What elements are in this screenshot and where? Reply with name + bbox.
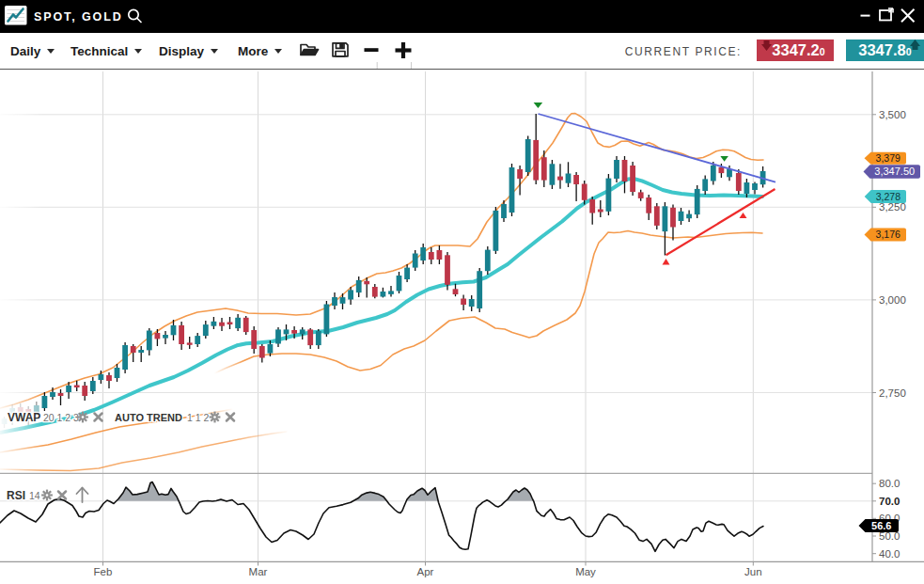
svg-text:VWAP: VWAP [8,411,40,424]
svg-text:RSI: RSI [7,489,25,502]
svg-text:Mar: Mar [249,566,268,577]
svg-text:Feb: Feb [94,566,113,577]
svg-text:May: May [575,566,596,577]
svg-text:2,750: 2,750 [879,387,906,399]
svg-text:80.0: 80.0 [879,478,900,489]
svg-text:3,278: 3,278 [876,191,901,202]
svg-text:14: 14 [29,490,40,501]
svg-text:Jun: Jun [744,566,762,577]
svg-text:3,176: 3,176 [876,229,901,240]
svg-text:AUTO TREND: AUTO TREND [115,412,182,423]
svg-text:1 1 2: 1 1 2 [187,412,210,423]
svg-text:20 1 2 3: 20 1 2 3 [43,412,79,423]
svg-text:3,250: 3,250 [879,201,906,213]
svg-text:56.6: 56.6 [871,520,891,531]
svg-text:70.0: 70.0 [879,496,900,507]
svg-text:Apr: Apr [417,566,434,577]
svg-text:3,000: 3,000 [879,294,906,306]
svg-text:3,500: 3,500 [879,109,906,120]
svg-text:3,379: 3,379 [876,152,901,164]
svg-text:40.0: 40.0 [879,548,900,560]
svg-text:3,347.50: 3,347.50 [874,166,915,177]
